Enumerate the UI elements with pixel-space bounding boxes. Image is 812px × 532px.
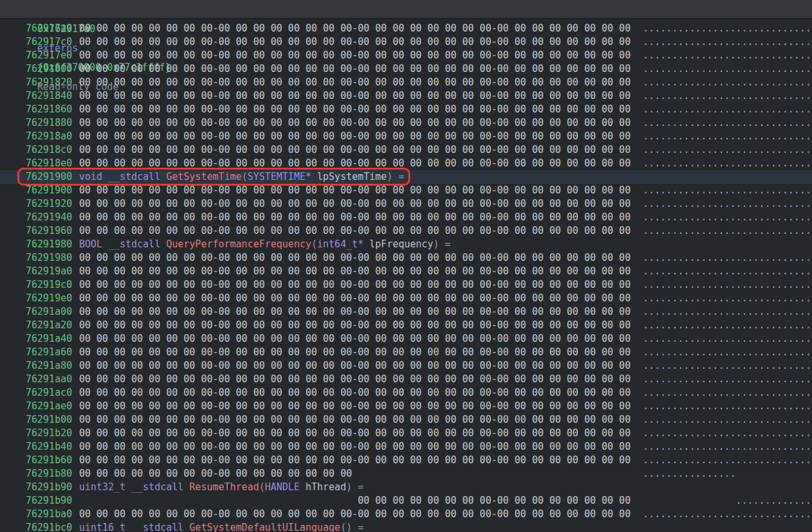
ascii-column: ................................ [643, 224, 812, 238]
ascii-column: ................................ [643, 103, 812, 116]
hex-row[interactable]: 76291aa000 00 00 00 00 00 00 00-00 00 00… [0, 373, 812, 386]
hex-row[interactable]: 762919c000 00 00 00 00 00 00 00-00 00 00… [0, 278, 812, 292]
ascii-column: ................................ [643, 332, 812, 346]
row-address: 762918e0 [26, 157, 72, 170]
ascii-column: ................................ [643, 62, 812, 76]
ascii-column: ................................ [643, 143, 812, 157]
hex-row[interactable]: 76291b2000 00 00 00 00 00 00 00-00 00 00… [0, 427, 812, 440]
hex-row[interactable]: 7629184000 00 00 00 00 00 00 00-00 00 00… [0, 89, 812, 103]
hex-bytes: 00 00 00 00 00 00 00 00-00 00 00 00 00 0… [79, 332, 631, 346]
row-address: 76291860 [26, 103, 72, 116]
hex-row[interactable]: 76291ac000 00 00 00 00 00 00 00-00 00 00… [0, 386, 812, 400]
function-signature-row[interactable]: 76291bc0uint16_t __stdcall GetSystemDefa… [0, 521, 812, 532]
function-signature-row[interactable]: 76291900void __stdcall GetSystemTime(SYS… [0, 170, 812, 184]
hex-bytes-text: 00 00 00 00 00 00 00 00-00 00 00 00 00 0… [79, 211, 631, 223]
hex-bytes-text: 00 00 00 00 00 00 00 00-00 00 00 00 00 0… [79, 63, 631, 75]
hex-bytes-text: 00 00 00 00 00 00 00 00-00 00 00 00 00 0… [79, 319, 631, 331]
hex-row[interactable]: 76291a6000 00 00 00 00 00 00 00-00 00 00… [0, 346, 812, 359]
hex-row[interactable]: 76291ae000 00 00 00 00 00 00 00-00 00 00… [0, 400, 812, 413]
hex-bytes-text: 00 00 00 00 00 00 00 00-00 00 00 00 00 0… [79, 49, 631, 61]
section-header-bar: 0x762917a0 externs {0x6f370000-0x77c1fff… [0, 0, 812, 19]
hex-row[interactable]: 7629198000 00 00 00 00 00 00 00-00 00 00… [0, 251, 812, 265]
hex-row[interactable]: 76291b8000 00 00 00 00 00 00 00-00 00 00… [0, 467, 812, 481]
hex-bytes-text: 00 00 00 00 00 00 00 00-00 00 00 00 00 0… [79, 144, 631, 155]
signature-token-type: __stdcall [131, 481, 183, 493]
row-address: 762917c0 [26, 35, 72, 49]
ascii-column: ................................ [643, 413, 812, 427]
row-address: 762917a0 [26, 22, 72, 35]
hex-row[interactable]: 76291a4000 00 00 00 00 00 00 00-00 00 00… [0, 332, 812, 346]
signature-token-plain [311, 171, 317, 182]
signature-token-type: __stdcall [108, 171, 160, 182]
hex-row[interactable]: 76291a8000 00 00 00 00 00 00 00-00 00 00… [0, 359, 812, 373]
hex-bytes: 00 00 00 00 00 00 00 00-00 00 00 00 00 0… [79, 211, 631, 224]
hex-row[interactable]: 76291b90 00 00 00 00 00 00 00 00-00 00 0… [0, 494, 812, 508]
hex-row[interactable]: 7629188000 00 00 00 00 00 00 00-00 00 00… [0, 116, 812, 130]
hex-row[interactable]: 762917e000 00 00 00 00 00 00 00-00 00 00… [0, 49, 812, 62]
hex-row[interactable]: 76291a0000 00 00 00 00 00 00 00-00 00 00… [0, 305, 812, 319]
row-address: 76291a80 [26, 359, 72, 373]
row-address: 76291980 [26, 238, 72, 251]
signature-token-type: uint32_t [79, 481, 125, 493]
hex-row[interactable]: 762919a000 00 00 00 00 00 00 00-00 00 00… [0, 265, 812, 278]
hex-bytes: 00 00 00 00 00 00 00 00-00 00 00 00 00 0… [79, 197, 631, 211]
hex-bytes-text: 00 00 00 00 00 00 00 00-00 00 00 00 00 0… [79, 265, 631, 277]
hex-bytes-text: 00 00 00 00 00 00 00 00-00 00 00 00 00 0… [79, 103, 631, 115]
signature-token-plain [439, 238, 445, 250]
ascii-column: ................ [643, 467, 736, 481]
row-address: 762917e0 [26, 49, 72, 62]
signature-token-punct: = [445, 238, 451, 250]
hex-row[interactable]: 7629186000 00 00 00 00 00 00 00-00 00 00… [0, 103, 812, 116]
hex-row[interactable]: 76291b0000 00 00 00 00 00 00 00-00 00 00… [0, 413, 812, 427]
ascii-column: ................................ [643, 427, 812, 440]
row-address: 76291bc0 [26, 521, 72, 532]
hex-bytes-text: 00 00 00 00 00 00 00 00-00 00 00 00 00 0… [79, 414, 631, 425]
row-address: 76291a60 [26, 346, 72, 359]
hex-row[interactable]: 762918c000 00 00 00 00 00 00 00-00 00 00… [0, 143, 812, 157]
signature-token-func: QueryPerformanceFrequency [166, 238, 311, 250]
hex-bytes: 00 00 00 00 00 00 00 00-00 00 00 00 00 0… [79, 440, 631, 454]
hex-row[interactable]: 762917c000 00 00 00 00 00 00 00-00 00 00… [0, 35, 812, 49]
function-signature-row[interactable]: 76291980BOOL __stdcall QueryPerformanceF… [0, 238, 812, 251]
hex-bytes: 00 00 00 00 00 00 00 00-00 00 00 00 00 0… [79, 35, 631, 49]
hex-row[interactable]: 76291a2000 00 00 00 00 00 00 00-00 00 00… [0, 319, 812, 332]
row-address: 76291a40 [26, 332, 72, 346]
hex-bytes: 00 00 00 00 00 00 00 00-00 00 00 00 00 0… [79, 103, 631, 116]
hex-row[interactable]: 762918e000 00 00 00 00 00 00 00-00 00 00… [0, 157, 812, 170]
hex-bytes-text: 00 00 00 00 00 00 00 00-00 00 00 00 00 0… [79, 292, 631, 304]
function-signature-row[interactable]: 76291b90uint32_t __stdcall ResumeThread(… [0, 481, 812, 494]
hex-row[interactable]: 7629190000 00 00 00 00 00 00 00-00 00 00… [0, 184, 812, 197]
hex-bytes: 00 00 00 00 00 00 00 00-00 00 00 00 00 0… [79, 386, 631, 400]
hex-row[interactable]: 7629192000 00 00 00 00 00 00 00-00 00 00… [0, 197, 812, 211]
hex-bytes: 00 00 00 00 00 00 00 00-00 00 00 00 00 0… [79, 319, 631, 332]
hex-row[interactable]: 7629180000 00 00 00 00 00 00 00-00 00 00… [0, 62, 812, 76]
hex-row[interactable]: 762918a000 00 00 00 00 00 00 00-00 00 00… [0, 130, 812, 143]
hex-row[interactable]: 762917a000 00 00 00 00 00 00 00-00 00 00… [0, 22, 812, 35]
hex-bytes-text: 00 00 00 00 00 00 00 00-00 00 00 00 00 0… [79, 427, 631, 439]
hex-bytes-text: 00 00 00 00 00 00 00 00-00 00 00 00 00 0… [79, 90, 631, 102]
ascii-column: ................................ [643, 197, 812, 211]
signature-token-punct: = [358, 522, 364, 532]
row-address: 76291880 [26, 116, 72, 130]
signature-token-type: void [79, 171, 102, 182]
hex-row[interactable]: 7629196000 00 00 00 00 00 00 00-00 00 00… [0, 224, 812, 238]
hex-row[interactable]: 76291b6000 00 00 00 00 00 00 00-00 00 00… [0, 454, 812, 467]
hex-bytes: 00 00 00 00 00 00 00 00-00 00 00 00 00 0… [79, 373, 631, 386]
hex-row[interactable]: 76291ba000 00 00 00 00 00 00 00-00 00 00… [0, 508, 812, 521]
hex-bytes: 00 00 00 00 00 00 00 00-00 00 00 00 00 0… [79, 251, 631, 265]
hex-bytes-text: 00 00 00 00 00 00 00 00-00 00 00 00 00 0… [79, 360, 631, 371]
hex-row[interactable]: 762919e000 00 00 00 00 00 00 00-00 00 00… [0, 292, 812, 305]
hex-row[interactable]: 7629182000 00 00 00 00 00 00 00-00 00 00… [0, 76, 812, 89]
signature-token-type: SYSTEMTIME* [248, 171, 311, 182]
row-address: 76291840 [26, 89, 72, 103]
row-address: 76291900 [26, 170, 72, 184]
signature-token-plain [125, 522, 131, 532]
signature-token-punct: = [358, 481, 364, 493]
signature-token-func: ResumeThread [190, 481, 259, 493]
row-address: 762919c0 [26, 278, 72, 292]
signature-token-type: HANDLE [265, 481, 300, 493]
hex-row[interactable]: 76291b4000 00 00 00 00 00 00 00-00 00 00… [0, 440, 812, 454]
hex-bytes-text: 00 00 00 00 00 00 00 00-00 00 00 00 00 0… [79, 441, 631, 452]
hex-row[interactable]: 7629194000 00 00 00 00 00 00 00-00 00 00… [0, 211, 812, 224]
hex-bytes-text: 00 00 00 00 00 00 00 00-00 00 00 00 00 0… [79, 184, 631, 196]
